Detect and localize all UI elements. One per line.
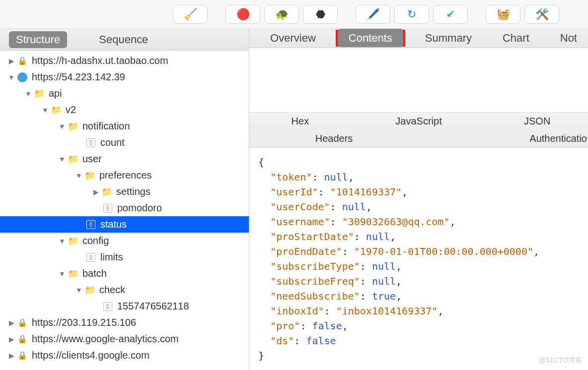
hexagon-icon: ⬣ <box>316 8 325 21</box>
file-icon: {} <box>84 138 97 147</box>
chevron-down-icon: ▼ <box>74 172 83 180</box>
turtle-icon: 🐢 <box>275 8 289 21</box>
purchase-button[interactable]: 🧺 <box>486 5 520 24</box>
tools-button[interactable]: 🛠️ <box>524 5 559 24</box>
tab-structure[interactable]: Structure <box>9 31 67 48</box>
check-icon: ✔ <box>446 8 455 21</box>
right-panel: Overview Contents Summary Chart Not Hex … <box>249 29 588 370</box>
tree-folder[interactable]: ▼📁config <box>0 233 249 249</box>
toolbar: 🧹 🔴 🐢 ⬣ 🖊️ ↻ ✔ 🧺 🛠️ <box>0 0 588 29</box>
tree-folder[interactable]: ▼📁api <box>0 85 249 102</box>
subtab-json[interactable]: JSON <box>486 113 588 130</box>
tree-folder[interactable]: ▶📁settings <box>0 184 249 200</box>
broom-icon: 🧹 <box>184 8 197 21</box>
folder-icon: 📁 <box>100 186 113 197</box>
basket-icon: 🧺 <box>497 8 510 21</box>
tab-notes[interactable]: Not <box>549 29 588 48</box>
lock-icon: 🔒 <box>16 318 29 327</box>
file-icon: {} <box>101 204 114 213</box>
tab-overview[interactable]: Overview <box>259 29 327 48</box>
broom-button[interactable]: 🧹 <box>173 5 208 24</box>
subtab-hex[interactable]: Hex <box>249 113 351 130</box>
tree-file[interactable]: {}limits <box>0 249 249 265</box>
tab-chart[interactable]: Chart <box>492 29 540 48</box>
tree-host[interactable]: ▶🔒https://h-adashx.ut.taobao.com <box>0 53 249 69</box>
throttle-button[interactable]: 🐢 <box>264 5 299 24</box>
chevron-down-icon: ▼ <box>58 123 67 130</box>
tree-folder[interactable]: ▼📁batch <box>0 265 249 282</box>
globe-icon <box>16 72 29 82</box>
tree-file[interactable]: {}1557476562118 <box>0 298 249 314</box>
tree-host[interactable]: ▶🔒https://clients4.google.com <box>0 347 249 364</box>
lock-icon: 🔒 <box>16 351 29 360</box>
chevron-down-icon: ▼ <box>74 286 83 294</box>
file-icon: {} <box>84 220 97 229</box>
chevron-right-icon: ▶ <box>7 352 16 360</box>
tree-host[interactable]: ▶🔒https://203.119.215.106 <box>0 314 249 331</box>
edit-button[interactable]: 🖊️ <box>356 5 390 24</box>
request-blank-area <box>249 48 588 112</box>
validate-button[interactable]: ✔ <box>433 5 468 24</box>
chevron-right-icon: ▶ <box>7 57 16 65</box>
tree-host[interactable]: ▶🔒https://www.google-analytics.com <box>0 331 249 347</box>
subtabs: Hex JavaScript JSON Headers Authenticati… <box>249 112 588 148</box>
folder-icon: 📁 <box>67 121 79 132</box>
file-icon: {} <box>84 253 97 262</box>
folder-icon: 📁 <box>67 268 79 279</box>
watermark: @51CTO博客 <box>539 356 582 365</box>
highlight-box: Contents <box>336 30 405 47</box>
tree-file[interactable]: {}pomodoro <box>0 200 249 216</box>
right-tabs: Overview Contents Summary Chart Not <box>249 29 588 48</box>
folder-icon: 📁 <box>83 285 96 296</box>
json-viewer[interactable]: { "token": null, "userId": "1014169337",… <box>249 148 588 370</box>
lock-icon: 🔒 <box>16 56 29 65</box>
folder-icon: 📁 <box>67 154 79 165</box>
folder-icon: 📁 <box>50 105 63 116</box>
tree-folder[interactable]: ▼📁notification <box>0 118 249 134</box>
tab-summary[interactable]: Summary <box>414 29 483 48</box>
refresh-icon: ↻ <box>407 8 416 21</box>
tree-folder[interactable]: ▼📁user <box>0 151 249 167</box>
tree-folder[interactable]: ▼📁preferences <box>0 167 249 184</box>
repeat-button[interactable]: ↻ <box>394 5 429 24</box>
chevron-right-icon: ▶ <box>91 188 100 196</box>
left-tabs: Structure Sequence <box>0 29 249 51</box>
folder-icon: 📁 <box>83 170 96 181</box>
chevron-down-icon: ▼ <box>7 73 16 81</box>
tree-file[interactable]: {}count <box>0 134 249 151</box>
chevron-down-icon: ▼ <box>24 90 33 98</box>
subtab-authentication[interactable]: Authenticatio <box>419 130 588 147</box>
tab-sequence[interactable]: Sequence <box>92 31 155 48</box>
tree-host[interactable]: ▼https://54.223.142.39 <box>0 69 249 85</box>
folder-icon: 📁 <box>67 236 79 247</box>
folder-icon: 📁 <box>33 88 46 99</box>
breakpoint-button[interactable]: ⬣ <box>303 5 338 24</box>
lock-icon: 🔒 <box>16 334 29 344</box>
left-panel: Structure Sequence ▶🔒https://h-adashx.ut… <box>0 29 249 370</box>
tools-icon: 🛠️ <box>535 8 549 21</box>
record-button[interactable]: 🔴 <box>225 5 260 24</box>
chevron-down-icon: ▼ <box>58 155 67 163</box>
chevron-right-icon: ▶ <box>7 319 16 327</box>
chevron-down-icon: ▼ <box>58 270 67 278</box>
chevron-right-icon: ▶ <box>7 335 16 343</box>
tree-folder[interactable]: ▼📁v2 <box>0 102 249 118</box>
subtab-javascript[interactable]: JavaScript <box>351 113 487 130</box>
pen-icon: 🖊️ <box>367 8 380 21</box>
tab-contents[interactable]: Contents <box>338 29 403 47</box>
chevron-down-icon: ▼ <box>41 106 50 114</box>
subtab-headers[interactable]: Headers <box>249 130 419 147</box>
chevron-down-icon: ▼ <box>58 237 67 245</box>
tree: ▶🔒https://h-adashx.ut.taobao.com ▼https:… <box>0 51 249 370</box>
tree-folder[interactable]: ▼📁check <box>0 282 249 298</box>
record-icon: 🔴 <box>236 8 250 21</box>
tree-file-selected[interactable]: {}status <box>0 216 249 233</box>
file-icon: {} <box>101 302 114 311</box>
